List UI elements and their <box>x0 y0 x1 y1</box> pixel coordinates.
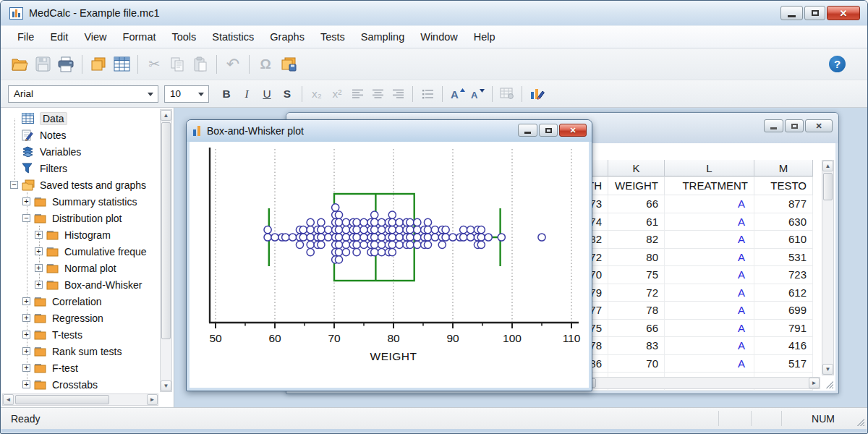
table-options-button-disabled[interactable] <box>497 85 517 103</box>
sheet-vscroll-thumb[interactable] <box>823 173 833 200</box>
scroll-up-icon[interactable]: ▲ <box>161 110 171 121</box>
table-cell[interactable]: A <box>665 249 754 267</box>
expand-icon[interactable]: + <box>35 264 43 272</box>
sidebar-item-summary-statistics[interactable]: +Summary statistics <box>1 193 158 210</box>
window-resize-grip[interactable] <box>854 416 864 426</box>
sidebar-item-distribution-plot[interactable]: −Distribution plot <box>1 210 158 226</box>
copy-button-disabled[interactable] <box>166 53 189 76</box>
menu-item-tools[interactable]: Tools <box>163 28 204 46</box>
align-right-button-disabled[interactable] <box>388 85 408 103</box>
table-cell[interactable]: 610 <box>754 231 813 249</box>
scroll-down-icon[interactable]: ▼ <box>161 380 171 391</box>
table-cell[interactable]: A <box>665 195 754 213</box>
expand-icon[interactable]: + <box>22 331 30 339</box>
maximize-button[interactable] <box>539 124 558 137</box>
font-size-select[interactable]: 10 <box>164 85 209 103</box>
table-cell[interactable]: A <box>665 355 754 373</box>
italic-button[interactable]: I <box>237 85 257 103</box>
expand-icon[interactable]: + <box>35 281 43 289</box>
paste-button-disabled[interactable] <box>189 53 212 76</box>
menu-item-sampling[interactable]: Sampling <box>353 28 412 46</box>
table-cell[interactable]: 78 <box>608 302 665 320</box>
table-cell[interactable]: A <box>665 302 754 320</box>
close-button[interactable]: ✕ <box>805 119 833 132</box>
close-button[interactable]: ✕ <box>827 6 860 20</box>
plot-titlebar[interactable]: Box-and-Whisker plot ✕ <box>187 120 592 142</box>
edit-graph-button[interactable] <box>527 85 547 103</box>
data-table-button[interactable] <box>110 53 133 76</box>
table-cell[interactable]: 416 <box>754 337 813 355</box>
table-cell[interactable]: 61 <box>608 213 665 231</box>
table-cell[interactable]: A <box>665 284 754 302</box>
table-cell[interactable]: 791 <box>754 320 813 338</box>
collapse-icon[interactable]: − <box>22 214 30 222</box>
sidebar-item-cumulative-freque[interactable]: +Cumulative freque <box>1 243 158 260</box>
column-header-M[interactable]: M <box>754 160 813 176</box>
minimize-button[interactable] <box>764 119 783 132</box>
menu-item-statistics[interactable]: Statistics <box>204 28 262 46</box>
scroll-right-icon[interactable]: ► <box>147 394 158 405</box>
save-button-disabled[interactable] <box>31 53 54 76</box>
column-header-K[interactable]: K <box>608 160 665 176</box>
decrease-font-button[interactable]: A <box>467 85 488 103</box>
table-cell[interactable]: 83 <box>608 337 665 355</box>
sidebar-item-histogram[interactable]: +Histogram <box>1 226 158 243</box>
expand-icon[interactable]: + <box>35 247 43 255</box>
table-cell[interactable]: A <box>665 213 754 231</box>
bold-button[interactable]: B <box>216 85 237 103</box>
expand-icon[interactable]: + <box>22 297 30 305</box>
table-cell[interactable]: 531 <box>754 249 813 267</box>
table-cell[interactable]: 70 <box>608 355 665 373</box>
column-header-L[interactable]: L <box>665 160 754 176</box>
menu-item-edit[interactable]: Edit <box>42 28 76 46</box>
table-cell[interactable]: 75 <box>608 266 665 284</box>
expand-icon[interactable]: + <box>35 231 43 239</box>
font-name-select[interactable]: Arial <box>8 85 158 103</box>
table-cell[interactable]: 723 <box>754 266 813 284</box>
tree-horizontal-scrollbar[interactable]: ◄ ► <box>2 393 158 406</box>
resize-grip[interactable] <box>823 378 833 388</box>
sidebar-item-filters[interactable]: Filters <box>1 160 158 176</box>
menu-item-format[interactable]: Format <box>115 28 164 46</box>
menu-item-window[interactable]: Window <box>412 28 466 46</box>
close-button[interactable]: ✕ <box>559 124 587 137</box>
maximize-button[interactable] <box>785 119 804 132</box>
help-button[interactable]: ? <box>829 56 846 72</box>
tree-vertical-scrollbar[interactable]: ▲ ▼ <box>160 109 172 392</box>
scroll-left-icon[interactable]: ◄ <box>3 394 14 405</box>
sidebar-item-correlation[interactable]: +Correlation <box>1 293 158 310</box>
expand-icon[interactable]: + <box>22 197 30 205</box>
recalculate-button-disabled[interactable]: Ω <box>254 53 277 76</box>
align-center-button-disabled[interactable] <box>367 85 388 103</box>
menu-item-tests[interactable]: Tests <box>312 28 353 46</box>
menu-item-graphs[interactable]: Graphs <box>262 28 312 46</box>
subscript-button-disabled[interactable]: x₂ <box>307 85 327 103</box>
sidebar-item-rank-sum-tests[interactable]: +Rank sum tests <box>1 343 158 359</box>
sidebar-item-variables[interactable]: Variables <box>1 143 158 160</box>
cut-button-disabled[interactable]: ✂ <box>142 53 166 76</box>
table-cell[interactable]: 517 <box>754 355 813 373</box>
align-left-button-disabled[interactable] <box>347 85 367 103</box>
increase-font-button[interactable]: A <box>447 85 467 103</box>
expand-icon[interactable]: + <box>22 380 30 388</box>
table-cell[interactable]: A <box>665 266 754 284</box>
maximize-button[interactable] <box>804 6 825 20</box>
collapse-icon[interactable]: − <box>10 181 18 189</box>
scroll-up-icon[interactable]: ▲ <box>822 161 833 171</box>
table-cell[interactable]: 66 <box>608 195 665 213</box>
sheet-vertical-scrollbar[interactable]: ▲ ▼ <box>822 160 834 375</box>
table-cell[interactable]: 612 <box>754 284 813 302</box>
minimize-button[interactable] <box>518 124 537 137</box>
tree-vscroll-thumb[interactable] <box>161 122 171 339</box>
table-cell[interactable]: 72 <box>608 284 665 302</box>
open-file-button[interactable] <box>8 53 31 76</box>
save-all-button[interactable] <box>277 53 300 76</box>
table-cell[interactable]: A <box>665 320 754 338</box>
menu-item-help[interactable]: Help <box>466 28 503 46</box>
table-cell[interactable]: 699 <box>754 302 813 320</box>
table-cell[interactable]: 82 <box>608 231 665 249</box>
expand-icon[interactable]: + <box>22 314 30 322</box>
underline-button[interactable]: U <box>257 85 277 103</box>
scroll-right-icon[interactable]: ► <box>809 378 820 388</box>
expand-icon[interactable]: + <box>22 347 30 355</box>
